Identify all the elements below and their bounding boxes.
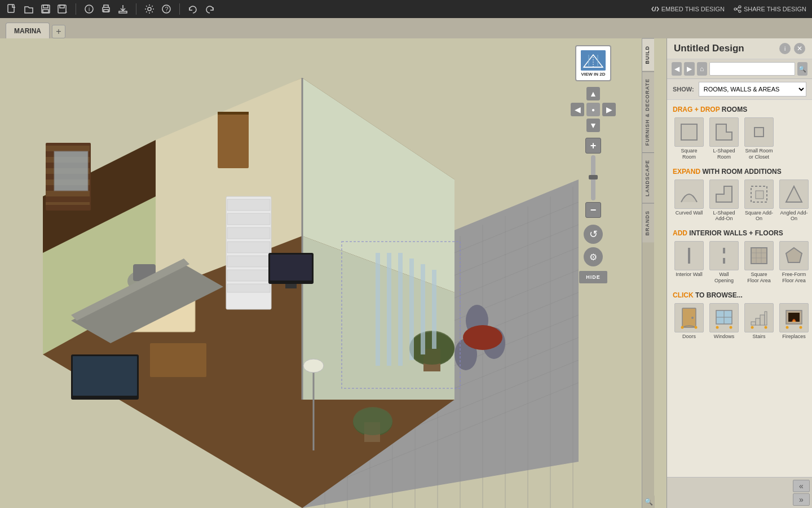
share-button[interactable]: SHARE THIS DESIGN — [734, 5, 806, 13]
grid-item-l-room[interactable]: L-Shaped Room — [708, 116, 740, 162]
grid-item-doors[interactable]: Doors — [673, 301, 705, 341]
svg-point-130 — [691, 317, 694, 319]
top-toolbar: + i ? EMBED THIS DESIGN SHARE THIS DESIG… — [0, 0, 812, 18]
panel-home-button[interactable]: ⌂ — [697, 62, 707, 76]
zoom-out-button[interactable]: − — [585, 202, 601, 218]
svg-rect-138 — [751, 322, 756, 325]
svg-marker-128 — [786, 248, 802, 262]
square-floor-label: Square Floor Area — [744, 271, 774, 284]
panel-search-button[interactable]: 🔍 — [797, 62, 807, 76]
panel-info-icon[interactable]: i — [779, 43, 791, 54]
side-tab-brands[interactable]: BRANDS — [642, 203, 654, 243]
grid-item-fireplaces[interactable]: Fireplaces — [778, 301, 810, 341]
curved-wall-icon — [674, 179, 704, 209]
hide-button[interactable]: HIDE — [579, 271, 607, 283]
grid-item-square-addon[interactable]: Square Add-On — [743, 178, 775, 224]
grid-item-small-room[interactable]: Small Room or Closet — [743, 116, 775, 162]
panel-search-input[interactable] — [709, 62, 795, 76]
grid-item-angled-addon[interactable]: Angled Add-On — [778, 178, 810, 224]
small-room-icon — [744, 117, 774, 147]
svg-point-97 — [353, 407, 392, 435]
open-file-icon[interactable] — [23, 3, 35, 15]
zoom-in-button[interactable]: + — [585, 138, 601, 154]
svg-rect-104 — [421, 264, 425, 354]
side-tab-build[interactable]: BUILD — [642, 38, 654, 71]
grid-item-interior-wall[interactable]: Interior Wall — [673, 239, 705, 286]
interior-wall-icon — [674, 241, 704, 270]
side-tab-furnish[interactable]: FURNISH & DECORATE — [642, 71, 654, 152]
panel-collapse-up-button[interactable]: « — [793, 480, 810, 492]
save-icon[interactable] — [39, 3, 52, 15]
side-tab-search-icon[interactable]: 🔍 — [642, 496, 655, 508]
nav-up-button[interactable]: ▲ — [586, 87, 600, 100]
grid-item-wall-opening[interactable]: Wall Opening — [708, 239, 740, 286]
grid-item-square-room[interactable]: Square Room — [673, 116, 705, 162]
svg-rect-0 — [8, 5, 14, 12]
svg-point-146 — [786, 326, 789, 329]
tab-marina[interactable]: MARINA — [6, 23, 50, 38]
view-2d-button[interactable]: VIEW IN 2D — [575, 45, 611, 81]
show-select[interactable]: ROOMS, WALLS & AREAS FURNITURE ALL — [699, 82, 806, 97]
svg-rect-64 — [54, 151, 88, 191]
settings-overlay-button[interactable]: ⚙ — [584, 247, 603, 266]
panel-bottom: « » — [667, 477, 812, 508]
svg-rect-102 — [398, 253, 403, 366]
windows-icon — [709, 303, 739, 332]
canvas-area[interactable]: VIEW IN 2D ▲ ◀ ● ▶ ▼ + − ↺ ⚙ — [0, 38, 667, 508]
panel-collapse-down-button[interactable]: » — [793, 493, 810, 506]
rotate-button[interactable]: ↺ — [584, 225, 603, 244]
nav-right-button[interactable]: ▶ — [602, 103, 616, 116]
undo-icon[interactable] — [187, 3, 199, 15]
right-panel: Untitled Design i ✕ ◀ ▶ ⌂ 🔍 SHOW: ROOMS,… — [667, 38, 812, 508]
angled-addon-label: Angled Add-On — [779, 210, 809, 222]
export-icon[interactable] — [117, 3, 129, 15]
svg-rect-69 — [227, 213, 270, 225]
svg-marker-116 — [716, 186, 732, 202]
browse-normal: TO BROWSE... — [694, 291, 743, 299]
tab-marina-label: MARINA — [14, 27, 41, 35]
freeform-floor-label: Free-Form Floor Area — [779, 271, 809, 284]
svg-rect-87 — [73, 356, 137, 396]
grid-item-l-addon[interactable]: L-Shaped Add-On — [708, 178, 740, 224]
panel-close-icon[interactable]: ✕ — [794, 43, 805, 54]
panel-back-button[interactable]: ◀ — [672, 62, 682, 76]
interior-normal: INTERIOR WALLS + FLOORS — [687, 229, 783, 237]
info-icon[interactable]: i — [83, 3, 95, 15]
svg-rect-71 — [227, 242, 270, 253]
square-room-icon — [674, 117, 704, 147]
help-icon[interactable]: ? — [160, 3, 173, 15]
wall-opening-label: Wall Opening — [709, 271, 739, 284]
grid-item-freeform-floor[interactable]: Free-Form Floor Area — [778, 239, 810, 286]
square-floor-icon — [744, 241, 774, 270]
side-tab-landscape[interactable]: LANDSCAPE — [642, 152, 654, 203]
l-room-icon — [709, 117, 739, 147]
settings-icon[interactable] — [143, 3, 156, 15]
svg-rect-62 — [46, 191, 90, 196]
save-as-icon[interactable]: + — [56, 3, 69, 15]
svg-marker-119 — [786, 186, 802, 202]
embed-button[interactable]: EMBED THIS DESIGN — [651, 5, 725, 13]
nav-down-button[interactable]: ▼ — [586, 119, 600, 132]
svg-point-17 — [739, 10, 741, 12]
print-icon[interactable] — [100, 3, 112, 15]
add-tab-button[interactable]: + — [52, 25, 65, 38]
nav-center-button[interactable]: ● — [586, 103, 600, 116]
svg-rect-141 — [765, 312, 767, 325]
interior-wall-label: Interior Wall — [676, 271, 703, 278]
panel-forward-button[interactable]: ▶ — [684, 62, 694, 76]
redo-icon[interactable] — [204, 3, 216, 15]
svg-rect-103 — [409, 259, 414, 360]
svg-rect-115 — [754, 128, 764, 137]
grid-item-curved-wall[interactable]: Curved Wall — [673, 178, 705, 224]
tab-bar: MARINA + — [0, 18, 812, 38]
fireplaces-label: Fireplaces — [782, 334, 806, 340]
interior-section: ADD INTERIOR WALLS + FLOORS Interior Wal… — [673, 229, 806, 286]
freeform-floor-icon — [779, 241, 809, 270]
grid-item-windows[interactable]: Windows — [708, 301, 740, 341]
zoom-handle[interactable] — [589, 175, 598, 179]
nav-left-button[interactable]: ◀ — [571, 103, 584, 116]
new-file-icon[interactable] — [6, 3, 18, 15]
grid-item-stairs[interactable]: Stairs — [743, 301, 775, 341]
grid-item-square-floor[interactable]: Square Floor Area — [743, 239, 775, 286]
svg-rect-63 — [46, 202, 90, 205]
